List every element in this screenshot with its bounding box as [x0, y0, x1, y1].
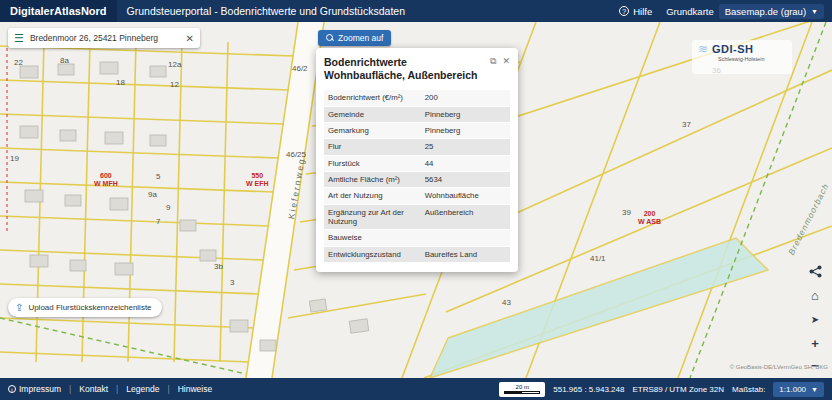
parcel-number-label: 46/2: [292, 64, 308, 73]
scale-value: 1:1.000: [779, 385, 806, 394]
plus-icon: +: [811, 336, 819, 351]
attribute-value: Außenbereich: [421, 205, 510, 230]
popup-row: Art der NutzungWohnbaufläche: [324, 187, 510, 203]
popup-row: Flurstück44: [324, 155, 510, 171]
popup-row: GemeindePinneberg: [324, 106, 510, 122]
parcel-number-label: 9a: [148, 190, 157, 199]
parcel-number-label: 43: [502, 298, 511, 307]
magnifier-icon: [326, 34, 334, 42]
popup-row: Flur25: [324, 138, 510, 154]
popup-title: Bodenrichtwerte Wohnbaufläche, Außenbere…: [324, 56, 490, 82]
attribute-label: Amtliche Fläche (m²): [324, 172, 421, 187]
footer-link-label: Impressum: [19, 384, 61, 394]
help-button[interactable]: ? Hilfe: [619, 6, 652, 17]
popup-row: Bodenrichtwert (€/m²)200: [324, 90, 510, 105]
land-value-label: 550W EFH: [246, 172, 269, 188]
home-icon: ⌂: [811, 288, 819, 303]
footer-link-hinweise[interactable]: Hinweise: [178, 384, 213, 394]
land-value-label: 600W MFH: [94, 172, 118, 188]
parcel-number-label: 39: [622, 208, 631, 217]
attribute-label: Gemeinde: [324, 107, 421, 122]
attribute-value: 44: [421, 156, 510, 171]
chevron-down-icon: ▼: [811, 8, 818, 15]
popup-row: Amtliche Fläche (m²)5634: [324, 171, 510, 187]
collapse-panel-button[interactable]: ➤: [806, 310, 824, 328]
app-window: DigitalerAtlasNord Grundsteuerportal - B…: [0, 0, 832, 400]
attribute-value: Baureifes Land: [421, 247, 510, 262]
footer-link-label: Legende: [126, 384, 159, 394]
parcel-number-label: 3b: [214, 262, 223, 271]
footer-link-impressum[interactable]: iImpressum: [8, 384, 61, 394]
info-icon: i: [8, 385, 16, 393]
popup-row: GemarkungPinneberg: [324, 122, 510, 138]
attribute-value: 25: [421, 139, 510, 154]
parcel-number-label: 9: [166, 203, 170, 212]
parcel-number-label: 18: [116, 78, 125, 87]
chevron-down-icon: ▼: [811, 386, 818, 393]
parcel-number-label: 8a: [60, 56, 69, 65]
map-attribution: © GeoBasis-DE/LVermGeo SH, BKG: [730, 364, 828, 370]
footer-link-label: Hinweise: [178, 384, 213, 394]
footer-links: iImpressum|Kontakt|Legende|Hinweise: [8, 384, 212, 394]
app-brand[interactable]: DigitalerAtlasNord: [0, 0, 117, 22]
parcel-number-label: 12: [170, 80, 179, 89]
parcel-number-label: 41/1: [590, 254, 606, 263]
menu-icon[interactable]: ☰: [14, 32, 24, 45]
attribute-label: Ergänzung zur Art der Nutzung: [324, 205, 421, 230]
popup-row: Bauweise: [324, 229, 510, 245]
footer-separator: |: [167, 384, 169, 394]
popup-row: Ergänzung zur Art der NutzungAußenbereic…: [324, 204, 510, 230]
parcel-number-label: 5: [156, 172, 160, 181]
top-header: DigitalerAtlasNord Grundsteuerportal - B…: [0, 0, 832, 22]
upload-parcel-list-button[interactable]: ⇪ Upload Flurstückskennzeichenliste: [8, 298, 162, 317]
wave-icon: ≋: [698, 43, 708, 55]
attribute-label: Flur: [324, 139, 421, 154]
parcel-number-label: 22: [14, 58, 23, 67]
scale-select[interactable]: 1:1.000 ▼: [773, 382, 824, 397]
search-input[interactable]: [30, 33, 180, 43]
gdi-sh-subtitle: Schleswig-Holstein: [698, 56, 786, 62]
attribute-value: 5634: [421, 172, 510, 187]
scale-label: Maßstab:: [732, 385, 765, 394]
footer-link-kontakt[interactable]: Kontakt: [79, 384, 108, 394]
clear-search-icon[interactable]: ✕: [186, 33, 194, 44]
help-label: Hilfe: [633, 6, 652, 17]
attribute-label: Flurstück: [324, 156, 421, 171]
zoom-in-button[interactable]: +: [806, 334, 824, 352]
upload-label: Upload Flurstückskennzeichenliste: [28, 303, 151, 312]
parcel-number-label: 37: [682, 120, 691, 129]
basemap-label: Grundkarte: [666, 6, 714, 17]
parcel-number-label: 7: [156, 217, 160, 226]
parcel-number-label: 19: [10, 154, 19, 163]
land-value-label: 200W ASB: [638, 210, 661, 226]
attribute-label: Art der Nutzung: [324, 188, 421, 203]
gdi-sh-title: GDI-SH: [712, 43, 754, 55]
footer-separator: |: [69, 384, 71, 394]
parcel-number-label: 12a: [168, 60, 181, 69]
attribute-label: Gemarkung: [324, 123, 421, 138]
share-button[interactable]: [806, 262, 824, 280]
footer-separator: |: [116, 384, 118, 394]
close-icon[interactable]: ✕: [502, 56, 510, 82]
attribute-value: [421, 230, 510, 245]
attribute-value: Wohnbaufläche: [421, 188, 510, 203]
map-canvas[interactable]: b 228a12a181246/21946/2559a973b336373941…: [0, 22, 832, 378]
basemap-control: Grundkarte Basemap.de (grau) ▼: [666, 4, 824, 19]
attribute-value: Pinneberg: [421, 107, 510, 122]
popup-attribute-table: Bodenrichtwert (€/m²)200GemeindePinneber…: [324, 90, 510, 262]
zoom-to-button[interactable]: Zoomen auf: [318, 30, 391, 46]
attribute-label: Entwicklungszustand: [324, 247, 421, 262]
gdi-sh-logo: ≋ GDI-SH Schleswig-Holstein: [692, 40, 792, 74]
zoom-to-label: Zoomen auf: [338, 33, 383, 43]
popup-row: EntwicklungszustandBaureifes Land: [324, 246, 510, 262]
basemap-select[interactable]: Basemap.de (grau) ▼: [719, 4, 824, 19]
detach-window-icon[interactable]: ⧉: [490, 56, 496, 82]
share-icon: [809, 265, 822, 278]
basemap-value: Basemap.de (grau): [725, 6, 806, 17]
parcel-number-label: 3: [230, 278, 234, 287]
scale-bar-label: 20 m: [516, 384, 529, 390]
attribute-value: Pinneberg: [421, 123, 510, 138]
home-button[interactable]: ⌂: [806, 286, 824, 304]
footer-link-legende[interactable]: Legende: [126, 384, 159, 394]
attribute-value: 200: [421, 90, 510, 105]
